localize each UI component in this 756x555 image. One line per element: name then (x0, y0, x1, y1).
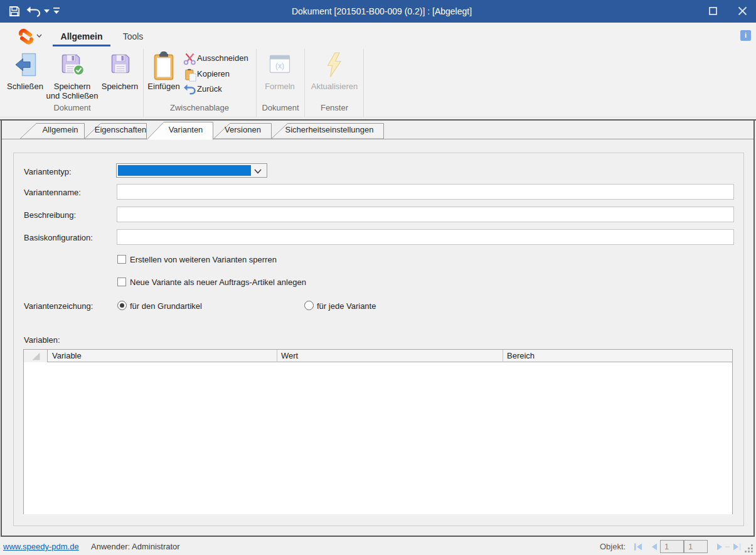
ribbon-group-label-fenster: Fenster (307, 103, 361, 114)
status-user: Anwender: Administrator (91, 542, 180, 551)
kopieren-button[interactable]: Kopieren (183, 68, 253, 82)
combobox-selection (118, 165, 251, 176)
button-label: Speichern (100, 82, 140, 91)
ribbon-tab-tools[interactable]: Tools (115, 28, 151, 46)
save-and-close-icon (60, 53, 85, 77)
ribbon-group-label-dokument: Dokument (5, 103, 139, 114)
beschreibung-input[interactable] (117, 207, 734, 222)
combobox-chevron-icon (254, 169, 262, 174)
window-frame-right (753, 121, 755, 536)
button-label: Zurück (197, 84, 222, 94)
variantentyp-combobox[interactable] (116, 163, 267, 178)
column-header-wert[interactable]: Wert (277, 350, 503, 362)
select-all-triangle-icon (32, 352, 40, 360)
ribbon-tab-label: Allgemein (61, 31, 103, 41)
page-tab-sicherheitseinstellungen[interactable]: Sicherheitseinstellungen (285, 125, 374, 134)
nav-last-icon[interactable] (733, 543, 742, 551)
button-label: Aktualisieren (307, 82, 361, 91)
undo-blue-icon (184, 84, 196, 95)
variantenname-label: Variantenname: (24, 188, 81, 197)
sperren-checkbox-label[interactable]: Erstellen von weiteren Varianten sperren (130, 255, 277, 264)
auftrags-artikel-checkbox-label[interactable]: Neue Variante als neuer Auftrags-Artikel… (130, 278, 306, 287)
auftrags-artikel-checkbox[interactable] (117, 278, 126, 286)
object-count-box[interactable]: 1 (684, 540, 708, 553)
jede-variante-radio-label[interactable]: für jede Variante (317, 301, 376, 311)
copy-icon (185, 68, 196, 82)
sperren-checkbox[interactable] (117, 255, 126, 264)
ribbon-group-label-zwischenablage: Zwischenablage (146, 103, 253, 114)
variables-table-body[interactable] (24, 362, 732, 514)
schliessen-button[interactable]: Schließen (5, 50, 45, 110)
info-icon: i (745, 31, 747, 39)
ribbon-group-label-dokument-2: Dokument (260, 103, 301, 114)
variantenzeichung-label: Variantenzeichung: (24, 301, 93, 311)
page-tab-versionen[interactable]: Versionen (225, 125, 261, 134)
speichern-und-schliessen-button[interactable]: Speichernund Schließen (44, 50, 100, 110)
page-tab-eigenschaften[interactable]: Eigenschaften (95, 125, 146, 134)
grundartikel-radio-label[interactable]: für den Grundartikel (130, 301, 202, 311)
speichern-button[interactable]: Speichern (100, 50, 140, 110)
button-label: Speichernund Schließen (44, 82, 100, 100)
button-label: Formeln (260, 82, 300, 91)
zurueck-button[interactable]: Zurück (183, 83, 253, 97)
window-frame-bottom (1, 536, 755, 537)
website-link[interactable]: www.speedy-pdm.de (3, 542, 79, 551)
formeln-button[interactable]: (x) Formeln (260, 50, 300, 110)
scissors-icon (183, 53, 196, 65)
grundartikel-radio[interactable] (117, 301, 127, 310)
group-separator (143, 49, 144, 117)
variables-table: Variable Wert Bereich (23, 349, 733, 514)
jede-variante-radio[interactable] (304, 301, 314, 310)
nav-next-icon[interactable] (716, 543, 723, 551)
variantentyp-label: Variantentyp: (24, 167, 72, 176)
basiskonfiguration-label: Basiskonfiguration: (24, 233, 93, 242)
column-header-bereich[interactable]: Bereich (503, 350, 733, 362)
paste-clipboard-icon (154, 51, 174, 81)
nav-first-icon[interactable] (634, 543, 642, 551)
ribbon-bottom-edge (0, 117, 756, 117)
variablen-label: Variablen: (24, 335, 60, 345)
ribbon: Allgemein Tools i Schließen Speichernund… (0, 23, 756, 117)
window-frame-left (1, 121, 2, 536)
svg-text:(x): (x) (275, 62, 284, 70)
close-document-icon (15, 53, 36, 77)
group-separator (256, 49, 257, 117)
button-label-line1: Speichern (44, 82, 100, 91)
close-icon (738, 6, 747, 16)
page-tab-varianten[interactable]: Varianten (169, 125, 203, 134)
title-bar: Dokument [201501-B00-009 (0.2)] : [Abgel… (0, 0, 756, 23)
maximize-button[interactable] (701, 0, 724, 23)
button-label: Ausschneiden (197, 53, 248, 63)
ribbon-tab-label: Tools (123, 31, 144, 41)
variantenname-input[interactable] (117, 184, 734, 200)
basiskonfiguration-input[interactable] (117, 229, 734, 245)
group-separator (363, 49, 364, 117)
group-separator (304, 49, 305, 117)
objekt-label: Objekt: (600, 542, 626, 551)
app-logo-icon[interactable] (18, 28, 35, 45)
page-tab-allgemein[interactable]: Allgemein (42, 125, 78, 134)
object-position-box[interactable]: 1 (660, 540, 684, 553)
column-header-variable[interactable]: Variable (48, 350, 277, 362)
page-tab-strip: Allgemein Eigenschaften Varianten Versio… (0, 121, 756, 140)
status-bar: www.speedy-pdm.de Anwender: Administrato… (0, 537, 756, 555)
aktualisieren-button[interactable]: Aktualisieren (307, 50, 361, 110)
einfuegen-button[interactable]: Einfügen (146, 50, 182, 110)
save-icon (110, 53, 130, 77)
info-button[interactable]: i (740, 30, 751, 41)
window-title: Dokument [201501-B00-009 (0.2)] : [Abgel… (8, 6, 756, 16)
ribbon-tab-allgemein[interactable]: Allgemein (53, 28, 110, 46)
button-label-line2: und Schließen (44, 91, 100, 100)
ausschneiden-button[interactable]: Ausschneiden (183, 52, 253, 66)
select-all-cell[interactable] (24, 350, 48, 362)
variables-table-header: Variable Wert Bereich (24, 350, 732, 362)
button-label: Kopieren (197, 69, 230, 78)
nav-previous-icon[interactable] (651, 543, 658, 551)
formula-window-icon: (x) (269, 53, 291, 76)
close-button[interactable] (730, 0, 754, 23)
app-menu-chevron-icon[interactable] (36, 34, 42, 38)
beschreibung-label: Beschreibung: (24, 210, 76, 220)
button-label: Schließen (5, 82, 45, 91)
button-label: Einfügen (146, 82, 182, 91)
resize-grip[interactable] (744, 544, 754, 554)
